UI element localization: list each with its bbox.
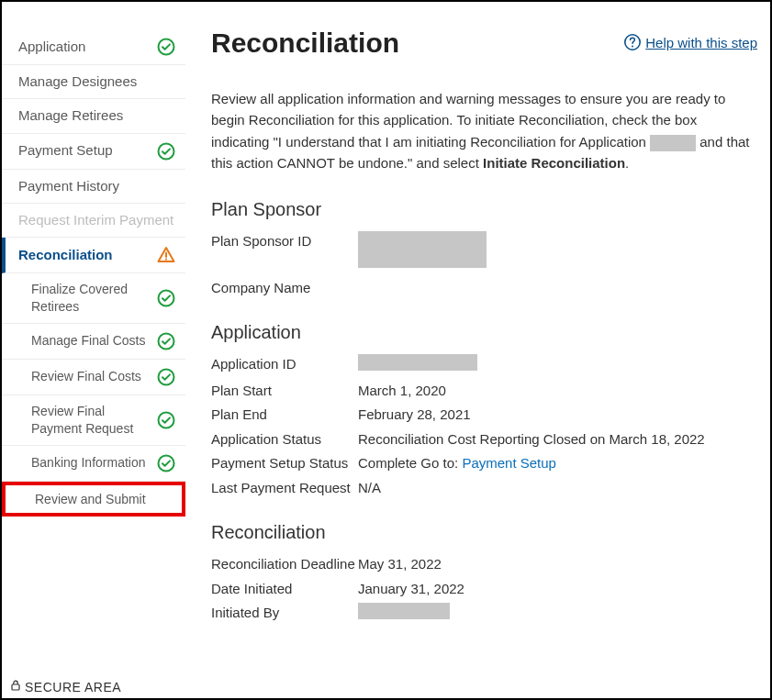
redacted-value xyxy=(358,231,487,268)
check-icon xyxy=(156,410,176,430)
section-title-application: Application xyxy=(211,322,757,343)
help-link[interactable]: Help with this step xyxy=(623,33,757,51)
sidebar-item-label: Manage Final Costs xyxy=(31,332,156,350)
field-value xyxy=(358,603,450,626)
help-link-label: Help with this step xyxy=(645,35,757,50)
reconciliation-rows: Reconciliation DeadlineMay 31, 2022Date … xyxy=(211,554,757,626)
section-application: Application Application IDPlan StartMarc… xyxy=(211,322,757,498)
field-label: Plan Start xyxy=(211,381,358,402)
redacted-app-id-inline xyxy=(650,135,696,151)
field-label: Company Name xyxy=(211,278,358,299)
check-icon xyxy=(156,37,176,57)
field-label: Last Payment Request xyxy=(211,478,358,499)
field-row: Plan StartMarch 1, 2020 xyxy=(211,381,757,402)
section-plan-sponsor: Plan Sponsor Plan Sponsor IDCompany Name xyxy=(211,199,757,298)
field-value: Reconciliation Cost Reporting Closed on … xyxy=(358,429,705,450)
sidebar-item-banking-information[interactable]: Banking Information xyxy=(2,446,185,482)
svg-rect-11 xyxy=(12,684,19,690)
field-value: February 28, 2021 xyxy=(358,405,471,426)
field-row: Plan Sponsor ID xyxy=(211,231,757,274)
field-value: N/A xyxy=(358,478,381,499)
sidebar-item-payment-history[interactable]: Payment History xyxy=(2,170,185,204)
redacted-value xyxy=(358,354,477,371)
field-row: Company Name xyxy=(211,278,757,299)
sidebar-item-label: Manage Designees xyxy=(18,72,176,91)
field-row: Last Payment RequestN/A xyxy=(211,478,757,499)
sidebar-item-manage-final-costs[interactable]: Manage Final Costs xyxy=(2,324,185,360)
sidebar-item-label: Payment Setup xyxy=(18,141,156,160)
sidebar-item-label: Reconciliation xyxy=(18,246,156,264)
field-label: Payment Setup Status xyxy=(211,453,358,474)
sidebar-item-manage-retirees[interactable]: Manage Retirees xyxy=(2,99,185,133)
sidebar-item-label: Finalize Covered Retirees xyxy=(31,281,156,316)
field-value xyxy=(358,354,477,377)
warning-icon xyxy=(156,245,176,265)
field-row: Application StatusReconciliation Cost Re… xyxy=(211,429,757,450)
check-icon xyxy=(156,331,176,351)
sidebar-item-review-final-costs[interactable]: Review Final Costs xyxy=(2,360,185,395)
field-row: Date InitiatedJanuary 31, 2022 xyxy=(211,579,757,600)
lock-icon xyxy=(9,679,22,694)
field-value: May 31, 2022 xyxy=(358,554,442,575)
field-row: Initiated By xyxy=(211,603,757,626)
field-label: Initiated By xyxy=(211,603,358,624)
section-reconciliation: Reconciliation Reconciliation DeadlineMa… xyxy=(211,522,757,626)
sidebar-item-label: Review Final Costs xyxy=(31,368,156,385)
sidebar-item-application[interactable]: Application xyxy=(2,29,185,65)
sidebar-item-manage-designees[interactable]: Manage Designees xyxy=(2,65,185,99)
field-value xyxy=(358,231,487,274)
sidebar-item-finalize-covered-retirees[interactable]: Finalize Covered Retirees xyxy=(2,273,185,324)
field-label: Reconciliation Deadline xyxy=(211,554,358,575)
intro-text: Review all application information and w… xyxy=(211,88,757,173)
field-value: January 31, 2022 xyxy=(358,579,464,600)
sidebar-item-label: Request Interim Payment xyxy=(18,211,176,229)
page-title: Reconciliation xyxy=(211,28,399,59)
sidebar-item-label: Payment History xyxy=(18,177,176,195)
svg-point-3 xyxy=(165,259,167,261)
link-payment-setup[interactable]: Payment Setup xyxy=(462,455,556,471)
secure-label: SECURE AREA xyxy=(25,680,121,694)
sidebar-item-label: Application xyxy=(18,38,156,56)
sidebar-item-label: Review Final Payment Request xyxy=(31,403,156,438)
redacted-value xyxy=(358,603,450,619)
section-title-plan-sponsor: Plan Sponsor xyxy=(211,199,757,220)
check-icon xyxy=(156,453,176,473)
sidebar-item-review-final-payment-request[interactable]: Review Final Payment Request xyxy=(2,395,185,446)
svg-point-10 xyxy=(632,45,633,47)
sidebar-item-request-interim-payment: Request Interim Payment xyxy=(2,204,185,238)
field-value: Complete Go to: Payment Setup xyxy=(358,453,556,474)
section-title-reconciliation: Reconciliation xyxy=(211,522,757,543)
field-label: Application Status xyxy=(211,429,358,450)
sidebar-item-label: Review and Submit xyxy=(35,491,176,508)
field-row: Application ID xyxy=(211,354,757,377)
check-icon xyxy=(156,367,176,387)
sidebar-item-label: Banking Information xyxy=(31,454,156,472)
plan-sponsor-rows: Plan Sponsor IDCompany Name xyxy=(211,231,757,298)
field-label: Date Initiated xyxy=(211,579,358,600)
secure-area-footer: SECURE AREA xyxy=(9,679,121,694)
field-label: Plan Sponsor ID xyxy=(211,231,358,252)
field-label: Application ID xyxy=(211,354,358,375)
application-rows: Application IDPlan StartMarch 1, 2020Pla… xyxy=(211,354,757,498)
check-icon xyxy=(156,141,176,161)
sidebar-item-label: Manage Retirees xyxy=(18,106,176,125)
check-icon xyxy=(156,288,176,308)
field-row: Plan EndFebruary 28, 2021 xyxy=(211,405,757,426)
sidebar-item-payment-setup[interactable]: Payment Setup xyxy=(2,134,185,170)
sidebar: ApplicationManage DesigneesManage Retire… xyxy=(2,2,185,698)
field-label: Plan End xyxy=(211,405,358,426)
field-row: Payment Setup StatusComplete Go to: Paym… xyxy=(211,453,757,474)
main-content: Reconciliation Help with this step Revie… xyxy=(185,2,770,698)
field-value: March 1, 2020 xyxy=(358,381,446,402)
sidebar-item-review-and-submit[interactable]: Review and Submit xyxy=(2,482,185,517)
sidebar-item-reconciliation[interactable]: Reconciliation xyxy=(2,238,185,273)
help-icon xyxy=(623,33,642,51)
field-row: Reconciliation DeadlineMay 31, 2022 xyxy=(211,554,757,575)
